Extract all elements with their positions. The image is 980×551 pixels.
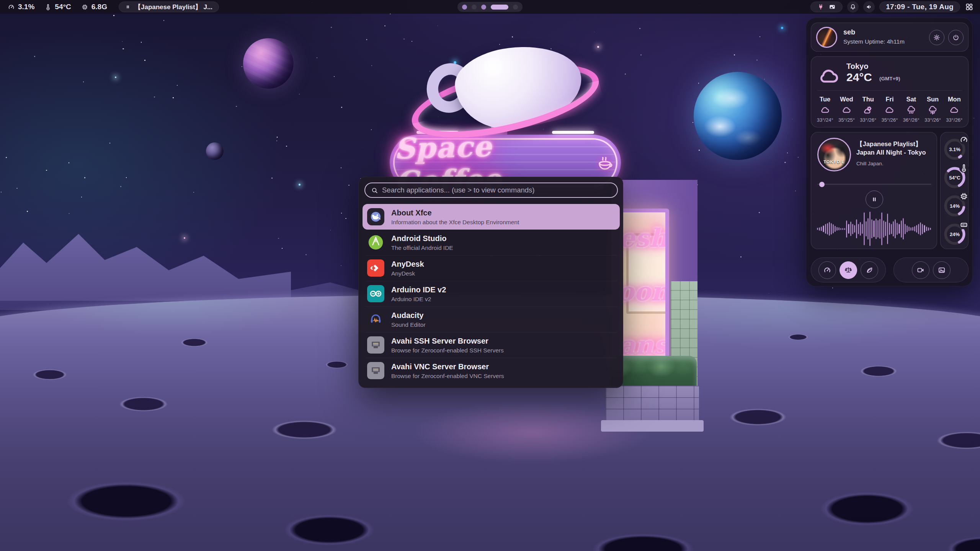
star bbox=[126, 177, 127, 178]
album-art[interactable]: TOKYO L bbox=[817, 138, 851, 171]
settings-button[interactable] bbox=[929, 30, 944, 45]
visualizer-bar bbox=[898, 224, 900, 233]
seek-bar[interactable] bbox=[817, 184, 931, 185]
top-panel: 3.1%54°C6.8G 【Japanese Playlist】 J... 17… bbox=[0, 0, 980, 14]
leaf-icon bbox=[865, 266, 874, 274]
screenshot-button[interactable] bbox=[933, 261, 951, 279]
visualizer-bar bbox=[920, 222, 921, 235]
search-bar[interactable] bbox=[364, 183, 618, 198]
screen-record-button[interactable] bbox=[912, 261, 929, 279]
shop-step bbox=[601, 420, 704, 432]
crater bbox=[720, 406, 796, 429]
star bbox=[792, 119, 793, 120]
workspace-dot-4[interactable] bbox=[491, 5, 508, 10]
visualizer-bar bbox=[825, 224, 826, 233]
small-moon bbox=[206, 142, 224, 160]
capture-tools-group bbox=[893, 258, 969, 282]
star bbox=[345, 218, 346, 219]
crater bbox=[785, 333, 812, 341]
xfce-app-icon bbox=[367, 208, 384, 225]
system-gauges-card: 3.1% 54°C 14% 24% bbox=[940, 132, 969, 249]
star bbox=[122, 41, 122, 42]
forecast-day-sun: Sun33°/26° bbox=[922, 94, 943, 124]
star bbox=[330, 230, 331, 230]
crater bbox=[27, 367, 73, 382]
visualizer-bar bbox=[864, 212, 865, 245]
star bbox=[341, 213, 341, 213]
wallpaper-icon[interactable] bbox=[828, 3, 836, 11]
power-button[interactable] bbox=[948, 30, 964, 45]
visualizer-bar bbox=[831, 223, 832, 235]
crater bbox=[804, 486, 930, 532]
clock[interactable]: 17:09 - Tue, 19 Aug bbox=[879, 2, 960, 12]
powersave-button[interactable] bbox=[861, 261, 878, 279]
workspace-indicator[interactable] bbox=[457, 2, 523, 12]
star bbox=[756, 60, 758, 61]
app-grid-icon[interactable] bbox=[965, 2, 974, 11]
star bbox=[693, 122, 693, 123]
crater bbox=[176, 337, 212, 348]
avatar[interactable] bbox=[816, 27, 837, 48]
volume-button[interactable] bbox=[863, 1, 875, 13]
chip-icon bbox=[961, 194, 967, 199]
visualizer-bar bbox=[827, 223, 828, 235]
visualizer-bar bbox=[817, 228, 818, 230]
star bbox=[384, 25, 385, 26]
shop-window: esh oon ans bbox=[616, 209, 669, 381]
visualizer-bar bbox=[823, 225, 824, 232]
app-list-item[interactable]: Avahi VNC Server BrowserBrowse for Zeroc… bbox=[363, 358, 620, 383]
visualizer-bar bbox=[846, 220, 847, 238]
forecast-day-sat: Sat36°/26° bbox=[900, 94, 922, 124]
app-list-item[interactable]: AnyDeskAnyDesk bbox=[363, 255, 620, 281]
app-description: Browse for Zeroconf-enabled SSH Servers bbox=[391, 347, 504, 354]
visualizer-bar bbox=[881, 212, 882, 245]
visualizer-bar bbox=[910, 227, 911, 231]
visualizer-bar bbox=[842, 228, 843, 230]
window-neon-text: oon bbox=[616, 277, 669, 306]
star bbox=[173, 97, 174, 98]
weather-temperature: 24°C bbox=[846, 71, 872, 84]
visualizer-bar bbox=[848, 224, 849, 233]
star bbox=[83, 82, 84, 82]
visualizer-bar bbox=[893, 221, 894, 237]
system-tray[interactable] bbox=[810, 2, 843, 12]
app-list-item[interactable]: AudacitySound Editor bbox=[363, 306, 620, 332]
visualizer-bar bbox=[912, 227, 913, 231]
seek-knob[interactable] bbox=[819, 182, 825, 187]
balanced-button[interactable] bbox=[840, 261, 857, 279]
pause-icon bbox=[125, 4, 131, 10]
network-icon[interactable] bbox=[817, 3, 825, 11]
raincloud-icon bbox=[906, 105, 916, 115]
star bbox=[271, 178, 273, 179]
speaker-icon bbox=[866, 3, 872, 10]
app-description: Arduino IDE v2 bbox=[391, 296, 446, 303]
visualizer-bar bbox=[928, 227, 929, 231]
star bbox=[113, 15, 114, 16]
visualizer-bar bbox=[926, 227, 927, 231]
app-list-item[interactable]: Avahi SSH Server BrowserBrowse for Zeroc… bbox=[363, 332, 620, 358]
mountains-front bbox=[0, 228, 291, 301]
performance-button[interactable] bbox=[818, 261, 836, 279]
stormcloud-icon bbox=[928, 105, 938, 115]
workspace-dot-1[interactable] bbox=[462, 5, 467, 10]
search-input[interactable] bbox=[382, 186, 617, 194]
gauge-icon bbox=[823, 266, 831, 274]
workspace-dot-2[interactable] bbox=[472, 5, 477, 10]
cloud-icon bbox=[817, 64, 841, 84]
notifications-button[interactable] bbox=[847, 1, 859, 13]
star bbox=[594, 32, 595, 32]
thermometer-icon bbox=[961, 165, 967, 171]
star bbox=[769, 293, 769, 293]
workspace-dot-3[interactable] bbox=[481, 5, 486, 10]
app-list-item[interactable]: Arduino IDE v2Arduino IDE v2 bbox=[363, 281, 620, 306]
workspace-dot-5[interactable] bbox=[513, 5, 518, 10]
now-playing-pill[interactable]: 【Japanese Playlist】 J... bbox=[119, 2, 219, 12]
app-description: AnyDesk bbox=[391, 270, 424, 277]
app-list-item[interactable]: About XfceInformation about the Xfce Des… bbox=[363, 204, 620, 230]
crater bbox=[260, 417, 348, 442]
play-pause-button[interactable] bbox=[866, 191, 883, 208]
app-list-item[interactable]: Android StudioThe official Android IDE bbox=[363, 230, 620, 255]
cloud-icon bbox=[884, 105, 895, 115]
visualizer-bar bbox=[906, 225, 908, 232]
visualizer-bar bbox=[850, 222, 851, 236]
